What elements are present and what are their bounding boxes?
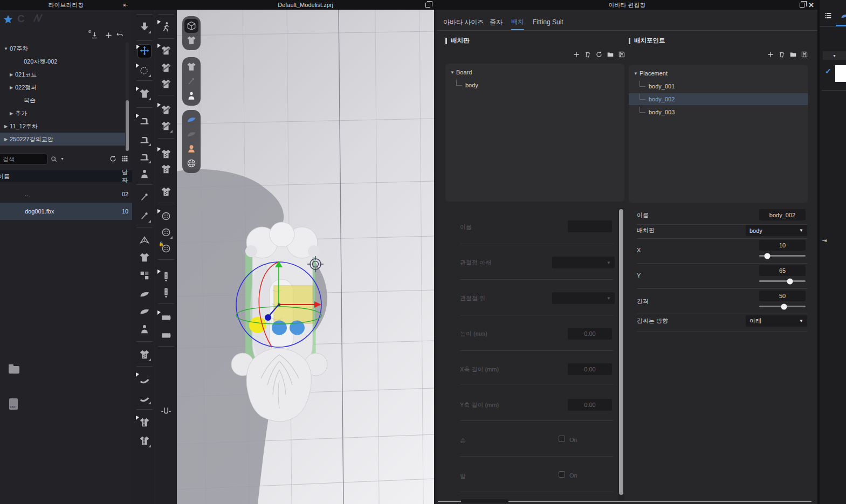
garment-measure-icon[interactable]: [137, 416, 152, 430]
texture-checker-icon[interactable]: [159, 162, 173, 176]
button-place-icon[interactable]: [159, 209, 173, 223]
texture-dots-icon[interactable]: [159, 147, 173, 161]
arrange-garment-icon[interactable]: [137, 87, 152, 101]
pin-3d-icon[interactable]: [137, 209, 152, 223]
column-name[interactable]: 이름: [0, 172, 10, 181]
gap-input[interactable]: 50: [759, 291, 806, 301]
points-delete-icon[interactable]: [777, 50, 787, 59]
tab-fitting-suit[interactable]: Fitting Suit: [533, 14, 563, 30]
garment-measure-edit-icon[interactable]: [137, 434, 152, 448]
clamp-icon[interactable]: [159, 405, 173, 419]
sewing-free-icon[interactable]: [137, 150, 152, 164]
flatten-check-icon[interactable]: [159, 61, 173, 75]
library-tree-item[interactable]: ▶11_12주차: [0, 120, 125, 133]
library-tree-item[interactable]: ▼07주차: [0, 42, 125, 55]
download-icon[interactable]: ⊘: [91, 31, 99, 39]
points-add-icon[interactable]: [766, 50, 775, 59]
zipper-pull-icon[interactable]: [159, 286, 173, 300]
view-cube-icon[interactable]: [184, 19, 198, 33]
sewing-machine-icon[interactable]: [137, 114, 152, 128]
jacket-icon[interactable]: [137, 251, 152, 265]
points-item-row-selected[interactable]: body_002: [629, 93, 808, 105]
swatch-dropdown[interactable]: ▼: [823, 51, 846, 60]
points-save-icon[interactable]: [800, 50, 809, 59]
flatten-curve-icon[interactable]: [159, 44, 173, 58]
fabric-swatch-white[interactable]: [835, 65, 846, 82]
y-input[interactable]: 65: [759, 265, 806, 276]
x-slider[interactable]: [759, 255, 806, 257]
points-item-row[interactable]: body_003: [632, 106, 804, 118]
board-delete-icon[interactable]: [583, 50, 593, 59]
detail-scrollbar[interactable]: [619, 209, 623, 495]
fabric-roll-icon[interactable]: [159, 328, 173, 342]
library-tree-item[interactable]: ▶021코트: [0, 68, 125, 81]
grid-view-icon[interactable]: [121, 155, 129, 163]
tab-tape[interactable]: 줄자: [490, 14, 503, 30]
points-open-icon[interactable]: [789, 50, 797, 59]
buttonhole-icon[interactable]: 🔒: [159, 241, 173, 256]
show-avatar-icon[interactable]: [184, 89, 198, 103]
add-icon[interactable]: [105, 31, 113, 39]
fold-pattern-icon[interactable]: [137, 233, 152, 247]
column-date[interactable]: 날짜: [122, 168, 132, 184]
fabric-tab-icon[interactable]: [840, 12, 846, 20]
mesh-lift-icon[interactable]: [137, 348, 152, 362]
library-tree-item[interactable]: 복습: [0, 94, 125, 107]
board-refresh-icon[interactable]: [595, 50, 603, 59]
import-down-icon[interactable]: [137, 20, 152, 34]
zipper-icon[interactable]: [159, 270, 173, 284]
measure-tape-icon[interactable]: [137, 391, 152, 405]
library-tree-item-selected[interactable]: ▶250227강의교안: [0, 133, 125, 146]
flatten-curve-3-icon[interactable]: [159, 119, 173, 133]
flatten-check-alt-icon[interactable]: [159, 77, 173, 91]
button-icon[interactable]: [159, 225, 173, 239]
board-add-icon[interactable]: [572, 50, 581, 59]
board-save-icon[interactable]: [617, 50, 626, 59]
show-pin-icon[interactable]: [184, 74, 198, 88]
collapse-right-handle-icon[interactable]: ⇥: [822, 237, 827, 244]
board-open-icon[interactable]: [606, 50, 615, 59]
library-tree-item[interactable]: ▶022점퍼: [0, 81, 125, 94]
measure-curve-icon[interactable]: [137, 372, 152, 386]
board-root-row[interactable]: ▼Board: [449, 66, 621, 78]
hscrollbar[interactable]: [461, 499, 508, 503]
fabric-roll-select-icon[interactable]: [159, 310, 173, 325]
file-list-header[interactable]: 이름 날짜: [0, 170, 132, 182]
refresh-icon[interactable]: [109, 155, 117, 163]
walk-animation-icon[interactable]: [159, 20, 173, 34]
points-root-row[interactable]: ▼Placement: [632, 67, 804, 79]
tab-placement[interactable]: 배치: [511, 14, 524, 30]
tab-avatar-size[interactable]: 아바타 사이즈: [443, 14, 484, 30]
search-input[interactable]: 검색: [0, 154, 47, 164]
wrap-direction-dropdown[interactable]: 아래▼: [746, 315, 807, 327]
drape-rotate-icon[interactable]: [137, 305, 152, 319]
sewing-segment-icon[interactable]: [137, 133, 152, 147]
viewport-restore-icon[interactable]: [425, 3, 430, 8]
view-seam-icon[interactable]: [184, 33, 198, 47]
drape-fabric-icon[interactable]: [137, 287, 152, 301]
list-view-icon[interactable]: [824, 11, 833, 20]
undo-icon[interactable]: [116, 31, 124, 39]
move-transform-icon[interactable]: [137, 44, 152, 58]
clo-logo-icon[interactable]: C: [17, 13, 25, 25]
library-tree-item[interactable]: 020자켓-002: [0, 55, 125, 68]
check-icon[interactable]: ✓: [825, 67, 831, 75]
file-row-selected[interactable]: FBX dog001.fbx 10: [0, 203, 132, 220]
flatten-curve-2-icon[interactable]: [159, 103, 173, 117]
avatar-pose-icon[interactable]: [137, 322, 152, 336]
pattern-pieces-icon[interactable]: [137, 268, 152, 282]
file-row[interactable]: .. 02: [0, 185, 132, 203]
show-garment-icon[interactable]: [184, 60, 198, 74]
favorite-star-icon[interactable]: [3, 14, 13, 25]
search-caret-icon[interactable]: ▼: [60, 157, 64, 161]
fabric-blue-icon[interactable]: [184, 113, 198, 127]
pin-icon[interactable]: [137, 190, 152, 204]
editor-close-icon[interactable]: ✕: [808, 1, 814, 9]
editor-restore-icon[interactable]: [800, 3, 804, 8]
x-input[interactable]: 10: [759, 240, 806, 251]
avatar-skin-icon[interactable]: [184, 142, 198, 156]
viewport-3d[interactable]: [177, 10, 434, 504]
library-tree-item[interactable]: ▶추가: [0, 107, 125, 120]
collapse-left-icon[interactable]: ⇤: [122, 2, 129, 8]
tree-scrollbar[interactable]: [126, 100, 129, 151]
